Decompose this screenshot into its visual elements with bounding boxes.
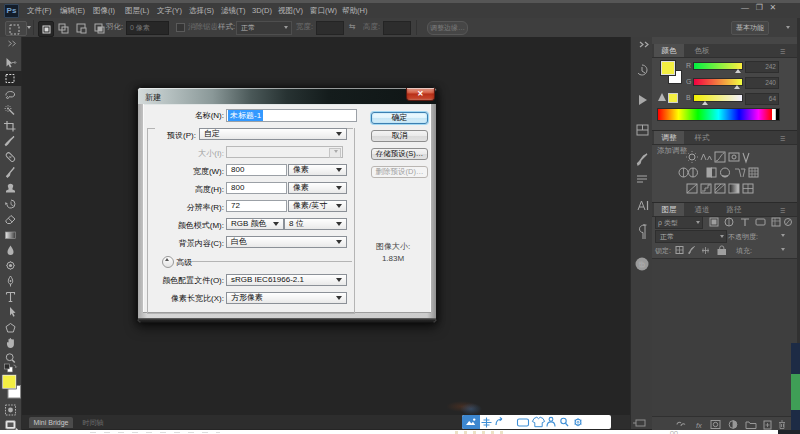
svg-text:fx: fx bbox=[696, 421, 702, 430]
svg-text:tb: tb bbox=[639, 261, 645, 268]
